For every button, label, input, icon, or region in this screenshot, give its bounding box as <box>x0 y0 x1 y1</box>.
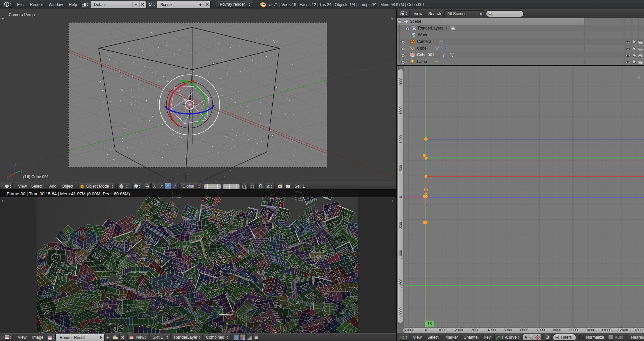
svg-text:z: z <box>15 162 16 166</box>
svg-text:i: i <box>6 3 7 6</box>
svg-text:x: x <box>7 176 8 179</box>
svg-text:y: y <box>21 169 22 173</box>
